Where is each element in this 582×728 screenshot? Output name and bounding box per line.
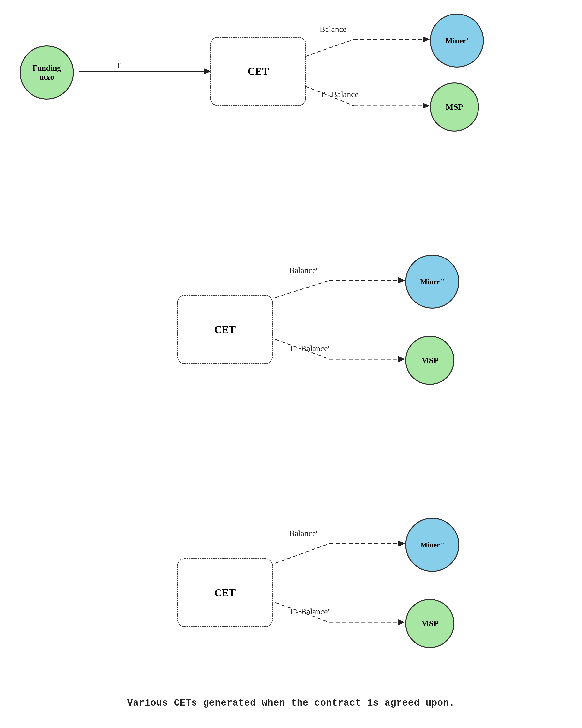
svg-marker-7	[423, 103, 430, 109]
miner-circle-3: Miner''	[405, 518, 459, 572]
svg-marker-1	[204, 68, 211, 74]
cet-label-1: CET	[247, 66, 269, 77]
cet-box-2: CET	[177, 295, 273, 364]
svg-marker-19	[398, 619, 405, 625]
svg-marker-16	[398, 541, 405, 546]
funding-utxo-circle: Funding utxo	[20, 46, 74, 100]
main-diagram: Funding utxo T CET Balance Miner' T - Ba…	[0, 0, 582, 728]
msp-circle-3: MSP	[405, 599, 454, 648]
balance-label-2: Balance'	[289, 266, 317, 275]
svg-marker-4	[423, 36, 430, 42]
t-balance-label-1: T - Balance	[320, 90, 359, 99]
msp-circle-1: MSP	[430, 82, 479, 132]
balance-label-3: Balance''	[289, 529, 319, 538]
miner-label-2: Miner''	[420, 278, 444, 286]
msp-circle-2: MSP	[405, 336, 454, 385]
svg-marker-10	[398, 278, 405, 283]
msp-label-2: MSP	[421, 356, 439, 365]
miner-circle-1: Miner'	[430, 14, 484, 68]
funding-utxo-label: Funding utxo	[32, 63, 61, 82]
svg-line-2	[305, 40, 354, 57]
t-balance-label-2: T - Balance'	[289, 344, 329, 353]
arrows-svg	[0, 0, 582, 728]
miner-label-3: Miner''	[420, 541, 444, 549]
caption: Various CETs generated when the contract…	[0, 698, 582, 708]
balance-label-1: Balance	[320, 25, 347, 34]
msp-label-3: MSP	[421, 619, 439, 628]
cet-box-1: CET	[210, 37, 306, 106]
cet-label-2: CET	[214, 324, 236, 336]
miner-circle-2: Miner''	[405, 255, 459, 309]
cet-label-3: CET	[214, 587, 236, 599]
miner-label-1: Miner'	[445, 36, 469, 45]
t-label-1: T	[115, 61, 121, 70]
cet-box-3: CET	[177, 558, 273, 627]
svg-marker-13	[398, 356, 405, 362]
svg-line-8	[275, 280, 329, 297]
msp-label-1: MSP	[446, 102, 463, 112]
svg-line-14	[275, 544, 329, 563]
t-balance-label-3: T - Balance''	[289, 607, 331, 616]
